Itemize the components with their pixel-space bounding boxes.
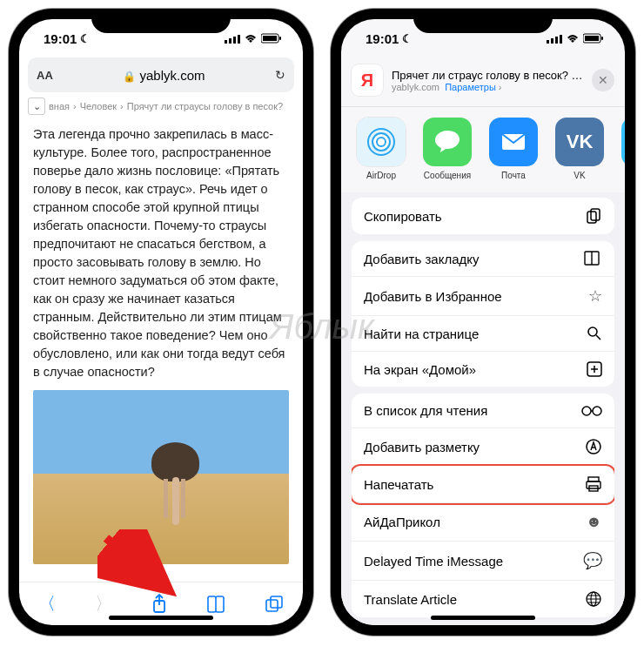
chat-icon: 💬 bbox=[583, 551, 602, 570]
partial-icon bbox=[621, 118, 625, 166]
action-group: Скопировать bbox=[352, 198, 614, 234]
share-app-label: Почта bbox=[484, 171, 543, 180]
svg-point-20 bbox=[377, 138, 386, 146]
home-indicator[interactable] bbox=[109, 616, 213, 620]
screen-right: 19:01 ☾ Я Прячет ли страус голову в песо… bbox=[341, 19, 625, 625]
action-row-plus-square[interactable]: На экран «Домой» bbox=[352, 352, 614, 387]
printer-icon bbox=[585, 475, 602, 493]
phone-left: 19:01 ☾ AA 🔒 yablyk.com ↻ ⌄ вная› Челове… bbox=[9, 9, 313, 636]
ostrich-illustration bbox=[148, 442, 200, 529]
site-favicon: Я bbox=[352, 64, 383, 96]
mail-icon bbox=[489, 118, 538, 166]
share-app-partial[interactable]: Te bbox=[616, 118, 625, 180]
action-label: На экран «Домой» bbox=[364, 362, 587, 377]
notch bbox=[91, 9, 231, 33]
share-app-vk[interactable]: VKVK bbox=[550, 118, 609, 180]
cellular-icon bbox=[225, 34, 240, 44]
share-app-label: Te bbox=[616, 171, 625, 180]
reader-aa-icon[interactable]: AA bbox=[37, 69, 53, 82]
search-icon bbox=[587, 326, 602, 341]
share-title: Прячет ли страус голову в песок? |... bbox=[392, 69, 583, 82]
svg-point-26 bbox=[588, 327, 597, 336]
svg-rect-35 bbox=[588, 477, 599, 481]
notch bbox=[413, 9, 553, 33]
airdrop-icon bbox=[357, 118, 406, 166]
action-row-markup[interactable]: Добавить разметку bbox=[352, 428, 614, 466]
reload-icon[interactable]: ↻ bbox=[275, 68, 285, 82]
smile-icon: ☻ bbox=[586, 513, 602, 531]
svg-rect-24 bbox=[587, 212, 596, 223]
book-icon bbox=[583, 251, 602, 266]
screen-left: 19:01 ☾ AA 🔒 yablyk.com ↻ ⌄ вная› Челове… bbox=[19, 19, 303, 625]
breadcrumb: ⌄ вная› Человек› Прячут ли страусы голов… bbox=[19, 92, 303, 118]
action-row-star[interactable]: Добавить в Избранное☆ bbox=[352, 277, 614, 316]
share-app-airdrop[interactable]: AirDrop bbox=[352, 118, 411, 180]
wifi-icon bbox=[566, 33, 580, 44]
svg-rect-2 bbox=[233, 37, 236, 44]
action-label: Добавить закладку bbox=[364, 252, 583, 266]
bookmarks-button[interactable] bbox=[206, 596, 225, 613]
action-row-book[interactable]: Добавить закладку bbox=[352, 241, 614, 277]
svg-rect-6 bbox=[279, 37, 281, 40]
action-row-glasses[interactable]: В список для чтения bbox=[352, 394, 614, 428]
phone-right: 19:01 ☾ Я Прячет ли страус голову в песо… bbox=[331, 9, 635, 636]
svg-rect-0 bbox=[225, 40, 227, 44]
svg-rect-19 bbox=[601, 37, 603, 40]
action-row-smile[interactable]: АйДаПрикол☻ bbox=[352, 503, 614, 542]
action-row-globe[interactable]: Translate Article bbox=[352, 581, 614, 617]
tabs-button[interactable] bbox=[265, 596, 284, 613]
svg-point-31 bbox=[582, 407, 591, 415]
action-group: Добавить закладкуДобавить в Избранное☆На… bbox=[352, 241, 614, 387]
status-right bbox=[225, 33, 282, 44]
share-actions: СкопироватьДобавить закладкуДобавить в И… bbox=[341, 192, 625, 625]
back-button[interactable]: 〈 bbox=[38, 592, 56, 616]
action-label: Найти на странице bbox=[364, 326, 587, 341]
action-row-copy[interactable]: Скопировать bbox=[352, 198, 614, 234]
svg-rect-1 bbox=[229, 38, 231, 44]
edit-actions-link[interactable]: Редактировать действия... bbox=[352, 624, 614, 625]
svg-rect-13 bbox=[547, 40, 549, 44]
globe-icon bbox=[585, 590, 602, 608]
lock-icon: 🔒 bbox=[123, 71, 136, 83]
crumb[interactable]: Прячут ли страусы голову в песок? bbox=[127, 101, 283, 111]
vk-icon: VK bbox=[555, 118, 604, 166]
share-options-link[interactable]: Параметры bbox=[445, 82, 496, 92]
crumb[interactable]: Человек bbox=[80, 101, 117, 111]
article-image bbox=[33, 390, 289, 564]
share-button[interactable] bbox=[151, 594, 168, 615]
action-label: В список для чтения bbox=[364, 403, 581, 418]
svg-rect-5 bbox=[263, 36, 277, 41]
battery-icon bbox=[261, 33, 282, 44]
action-row-search[interactable]: Найти на странице bbox=[352, 316, 614, 352]
close-button[interactable]: ✕ bbox=[592, 69, 614, 91]
action-row-printer[interactable]: Напечатать bbox=[352, 466, 614, 503]
article-body: Эта легенда прочно закрепилась в масс-ку… bbox=[19, 118, 303, 582]
status-time: 19:01 bbox=[366, 31, 399, 46]
svg-point-21 bbox=[372, 133, 390, 151]
share-app-label: Сообщения bbox=[418, 171, 477, 180]
wifi-icon bbox=[244, 33, 258, 44]
share-app-label: VK bbox=[550, 171, 609, 180]
action-label: Добавить разметку bbox=[364, 440, 585, 454]
svg-line-27 bbox=[596, 335, 600, 340]
chevron-down-icon[interactable]: ⌄ bbox=[28, 98, 45, 115]
svg-rect-10 bbox=[271, 596, 282, 608]
home-indicator[interactable] bbox=[431, 616, 535, 620]
crumb[interactable]: вная bbox=[49, 101, 70, 111]
svg-rect-15 bbox=[555, 37, 558, 44]
share-apps-row[interactable]: AirDropСообщенияПочтаVKVKTe bbox=[341, 107, 625, 192]
svg-rect-9 bbox=[266, 600, 278, 611]
action-label: Delayed Time iMessage bbox=[364, 554, 583, 569]
article-text: Эта легенда прочно закрепилась в масс-ку… bbox=[33, 125, 289, 381]
action-row-chat[interactable]: Delayed Time iMessage💬 bbox=[352, 542, 614, 581]
battery-icon bbox=[583, 33, 604, 44]
action-label: Добавить в Избранное bbox=[364, 289, 588, 304]
plus-square-icon bbox=[587, 361, 602, 377]
share-app-msg[interactable]: Сообщения bbox=[418, 118, 477, 180]
forward-button: 〉 bbox=[95, 592, 112, 616]
share-app-mail[interactable]: Почта bbox=[484, 118, 543, 180]
svg-point-32 bbox=[593, 407, 601, 415]
copy-icon bbox=[585, 207, 602, 225]
url-bar[interactable]: AA 🔒 yablyk.com ↻ bbox=[28, 57, 294, 92]
share-app-label: AirDrop bbox=[352, 171, 411, 180]
